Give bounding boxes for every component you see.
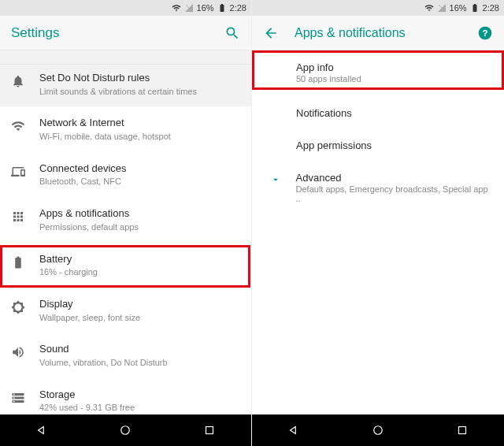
storage-title: Storage — [39, 388, 240, 402]
phone-left: 16% 2:28 Settings Set Do Not Disturb rul… — [0, 0, 252, 446]
row-display[interactable]: Display Wallpaper, sleep, font size — [0, 288, 251, 333]
wifi-icon — [11, 119, 25, 133]
row-apps-notifications[interactable]: Apps & notifications Permissions, defaul… — [0, 197, 251, 242]
phone-right: 16% 2:28 Apps & notifications ? App info… — [252, 0, 504, 446]
storage-icon — [11, 391, 25, 405]
row-dnd-rules[interactable]: Set Do Not Disturb rules Limit sounds & … — [0, 65, 251, 106]
appbar-left: Settings — [0, 16, 251, 50]
svg-rect-2 — [206, 427, 213, 434]
signal-off-icon — [184, 3, 194, 13]
navbar-right — [252, 414, 504, 446]
signal-off-icon — [437, 3, 447, 13]
row-advanced[interactable]: Advanced Default apps, Emergency broadca… — [252, 165, 504, 213]
wifi-status-icon — [424, 3, 434, 13]
svg-point-1 — [121, 426, 130, 435]
navbar-left — [0, 414, 251, 446]
statusbar-left: 16% 2:28 — [0, 0, 251, 16]
nav-recent-icon[interactable] — [455, 423, 469, 437]
app-info-sub: 50 apps installed — [296, 74, 491, 84]
advanced-sub: Default apps, Emergency broadcasts, Spec… — [296, 184, 491, 203]
settings-title: Settings — [11, 25, 224, 41]
svg-rect-7 — [458, 427, 465, 434]
row-app-info[interactable]: App info 50 apps installed — [252, 50, 504, 93]
chevron-down-icon — [270, 174, 281, 185]
svg-point-6 — [374, 426, 383, 435]
back-arrow-icon[interactable] — [263, 25, 279, 41]
apps-title: Apps & notifications — [39, 206, 240, 221]
sound-sub: Volume, vibration, Do Not Disturb — [39, 357, 240, 369]
nav-recent-icon[interactable] — [202, 423, 217, 437]
help-icon[interactable]: ? — [477, 25, 493, 41]
display-title: Display — [39, 297, 240, 311]
nav-home-icon[interactable] — [118, 423, 132, 437]
battery-status-icon — [470, 3, 480, 13]
statusbar-right: 16% 2:28 — [252, 0, 504, 16]
row-storage[interactable]: Storage 42% used - 9.31 GB free — [0, 378, 251, 414]
nav-back-icon[interactable] — [287, 423, 301, 437]
sound-icon — [11, 345, 25, 359]
notifications-title: Notifications — [296, 107, 491, 119]
battery-title: Battery — [39, 252, 240, 266]
row-battery[interactable]: Battery 16% - charging — [0, 243, 251, 288]
time-label: 2:28 — [483, 3, 499, 13]
row-connected-devices[interactable]: Connected devices Bluetooth, Cast, NFC — [0, 152, 251, 197]
battery-pct: 16% — [450, 3, 467, 13]
battery-icon — [11, 255, 25, 269]
devices-title: Connected devices — [39, 162, 240, 176]
apps-sub: Permissions, default apps — [39, 221, 240, 233]
bell-icon — [11, 74, 25, 88]
network-sub: Wi-Fi, mobile, data usage, hotspot — [39, 131, 240, 143]
dnd-title: Set Do Not Disturb rules — [39, 71, 240, 85]
display-icon — [11, 300, 25, 314]
display-sub: Wallpaper, sleep, font size — [39, 312, 240, 324]
time-label: 2:28 — [230, 3, 246, 13]
permissions-title: App permissions — [296, 139, 491, 151]
dual-phone-container: 16% 2:28 Settings Set Do Not Disturb rul… — [0, 0, 504, 446]
apps-icon — [11, 210, 25, 224]
dnd-sub: Limit sounds & vibrations at certain tim… — [39, 86, 240, 98]
row-app-permissions[interactable]: App permissions — [252, 133, 504, 165]
apps-notifications-title: Apps & notifications — [295, 26, 477, 40]
svg-text:?: ? — [482, 28, 487, 38]
wifi-status-icon — [172, 3, 181, 13]
battery-status-icon — [217, 3, 227, 13]
search-icon[interactable] — [224, 25, 240, 41]
nav-back-icon[interactable] — [35, 423, 49, 437]
devices-sub: Bluetooth, Cast, NFC — [39, 176, 240, 188]
network-title: Network & Internet — [39, 116, 240, 130]
row-network[interactable]: Network & Internet Wi-Fi, mobile, data u… — [0, 106, 251, 151]
app-info-title: App info — [296, 61, 491, 73]
apps-notifications-list: App info 50 apps installed Notifications… — [252, 50, 504, 414]
battery-sub: 16% - charging — [39, 266, 240, 278]
sound-title: Sound — [39, 342, 240, 356]
storage-sub: 42% used - 9.31 GB free — [39, 402, 240, 414]
battery-pct: 16% — [197, 3, 214, 13]
devices-icon — [11, 165, 25, 179]
section-divider — [0, 50, 251, 65]
row-notifications[interactable]: Notifications — [252, 93, 504, 133]
settings-list: Set Do Not Disturb rules Limit sounds & … — [0, 50, 251, 414]
nav-home-icon[interactable] — [371, 423, 385, 437]
row-sound[interactable]: Sound Volume, vibration, Do Not Disturb — [0, 333, 251, 377]
advanced-title: Advanced — [296, 172, 491, 184]
appbar-right: Apps & notifications ? — [252, 16, 504, 50]
